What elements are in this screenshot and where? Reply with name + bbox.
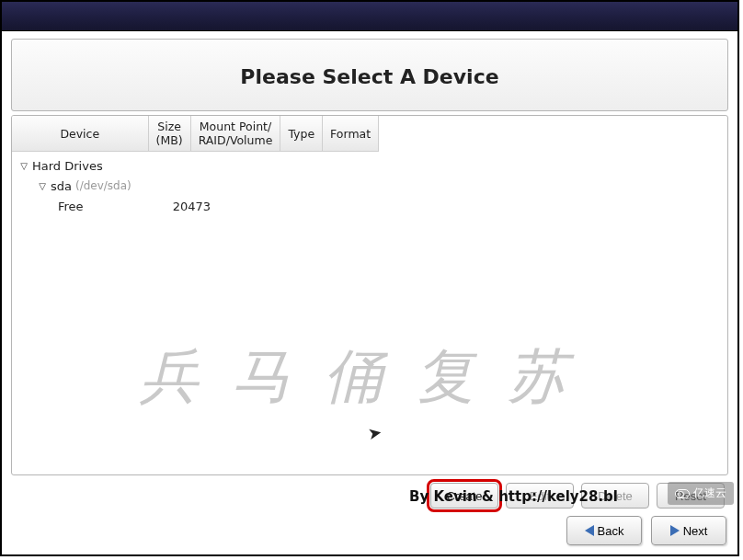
watermark-text: 兵马俑复苏 <box>12 337 727 417</box>
title-panel: Please Select A Device <box>11 39 728 111</box>
tree-row-free[interactable]: Free 20473 <box>17 196 727 216</box>
col-size[interactable]: Size (MB) <box>148 116 190 152</box>
expander-icon[interactable]: ▽ <box>17 161 30 171</box>
free-label: Free <box>17 200 84 213</box>
col-type[interactable]: Type <box>280 116 323 152</box>
corner-badge-text: 亿速云 <box>693 486 726 501</box>
disk-path: (/dev/sda) <box>72 179 131 192</box>
tree-row-sda[interactable]: ▽ sda (/dev/sda) <box>17 176 727 196</box>
footer-credit: By Kevin & http://kely28.bl <box>409 488 618 505</box>
device-table-panel: Device Size (MB) Mount Point/ RAID/Volum… <box>11 115 728 475</box>
back-label: Back <box>598 524 624 538</box>
device-table: Device Size (MB) Mount Point/ RAID/Volum… <box>12 116 379 152</box>
expander-icon[interactable]: ▽ <box>36 181 49 191</box>
nav-row: Back Next <box>566 516 726 545</box>
action-row: Create Edit Delete Reset <box>11 475 728 509</box>
window-topbar <box>2 2 737 31</box>
free-size: 20473 <box>165 200 211 213</box>
arrow-right-icon <box>670 525 680 536</box>
col-device[interactable]: Device <box>12 116 148 152</box>
next-label: Next <box>683 524 708 538</box>
cloud-icon <box>675 489 690 498</box>
arrow-left-icon <box>585 525 594 536</box>
tree-row-hard-drives[interactable]: ▽ Hard Drives <box>17 155 727 176</box>
tree-label-root: Hard Drives <box>30 159 103 173</box>
corner-badge: 亿速云 <box>668 482 734 505</box>
mouse-cursor-icon: ➤ <box>366 422 383 443</box>
next-button[interactable]: Next <box>651 516 726 545</box>
col-mount[interactable]: Mount Point/ RAID/Volume <box>190 116 280 152</box>
col-format[interactable]: Format <box>323 116 379 152</box>
page-title: Please Select A Device <box>12 65 727 88</box>
disk-name: sda <box>49 179 72 193</box>
back-button[interactable]: Back <box>566 516 642 545</box>
